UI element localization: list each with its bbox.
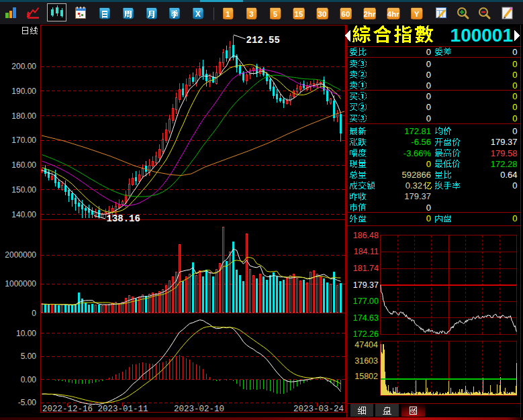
- svg-text:47404: 47404: [354, 340, 378, 350]
- svg-text:60: 60: [342, 10, 350, 18]
- svg-text:2hr: 2hr: [364, 10, 376, 18]
- svg-text:179.58: 179.58: [491, 148, 518, 158]
- svg-text:0: 0: [32, 309, 36, 318]
- svg-text:10.00: 10.00: [16, 329, 36, 338]
- svg-text:0.00: 0.00: [21, 375, 37, 384]
- svg-text:0: 0: [512, 91, 517, 101]
- svg-text:-5.00: -5.00: [18, 398, 37, 407]
- svg-text:186.48: 186.48: [353, 231, 379, 240]
- svg-text:-3.66%: -3.66%: [403, 148, 432, 158]
- svg-text:172.26: 172.26: [353, 329, 379, 339]
- svg-text:5: 5: [273, 10, 278, 18]
- svg-text:190.00: 190.00: [11, 87, 36, 96]
- svg-text:0: 0: [426, 70, 431, 80]
- svg-text:Y: Y: [414, 10, 420, 18]
- svg-text:31603: 31603: [354, 356, 378, 366]
- svg-text:0: 0: [512, 126, 517, 136]
- svg-text:181.74: 181.74: [353, 264, 379, 273]
- svg-text:0: 0: [512, 102, 517, 112]
- svg-text:0: 0: [512, 81, 517, 91]
- svg-text:30: 30: [318, 10, 327, 18]
- svg-text:0: 0: [512, 213, 517, 223]
- svg-text:592866: 592866: [402, 170, 431, 180]
- svg-text:179.37: 179.37: [491, 137, 518, 147]
- svg-text:177.00: 177.00: [353, 297, 379, 306]
- svg-text:5.00: 5.00: [21, 352, 37, 361]
- svg-text:0.64: 0.64: [500, 170, 517, 180]
- svg-text:0: 0: [512, 47, 517, 57]
- svg-text:15802: 15802: [354, 372, 378, 381]
- svg-text:2000000: 2000000: [5, 250, 36, 260]
- svg-text:100001: 100001: [450, 25, 513, 46]
- svg-text:172.28: 172.28: [491, 159, 518, 169]
- svg-text:2023-03-24: 2023-03-24: [293, 405, 344, 414]
- svg-text:179.37: 179.37: [353, 280, 379, 290]
- svg-text:0: 0: [426, 102, 431, 112]
- svg-text:184.11: 184.11: [354, 247, 379, 256]
- svg-text:4hr: 4hr: [387, 10, 399, 18]
- svg-text:0: 0: [426, 159, 431, 169]
- svg-text:0: 0: [512, 70, 517, 80]
- svg-text:0: 0: [426, 59, 431, 69]
- svg-text:170.00: 170.00: [11, 136, 36, 145]
- svg-text:15: 15: [295, 10, 303, 18]
- svg-text:0: 0: [426, 47, 431, 57]
- svg-text:-6.56: -6.56: [411, 137, 431, 147]
- svg-text:3: 3: [249, 10, 253, 18]
- svg-text:160.00: 160.00: [11, 160, 36, 170]
- svg-text:1: 1: [226, 10, 230, 18]
- svg-text:0: 0: [426, 81, 431, 91]
- svg-text:2023-02-10: 2023-02-10: [174, 405, 224, 414]
- svg-text:2023-01-11: 2023-01-11: [98, 405, 148, 414]
- svg-text:0: 0: [426, 113, 431, 123]
- svg-text:174.63: 174.63: [353, 313, 379, 323]
- svg-text:0: 0: [512, 113, 517, 123]
- svg-text:1000000: 1000000: [5, 279, 36, 288]
- svg-text:0: 0: [512, 180, 517, 191]
- svg-text:172.81: 172.81: [404, 126, 431, 136]
- svg-text:X: X: [195, 9, 201, 19]
- svg-text:0: 0: [426, 213, 431, 223]
- svg-text:138.16: 138.16: [107, 213, 140, 224]
- svg-text:200.00: 200.00: [11, 62, 36, 71]
- svg-text:0: 0: [426, 91, 431, 101]
- svg-text:179.37: 179.37: [404, 191, 431, 201]
- svg-text:150.00: 150.00: [11, 185, 36, 195]
- svg-text:0.32: 0.32: [406, 180, 422, 191]
- svg-text:0: 0: [512, 59, 517, 69]
- svg-text:140.00: 140.00: [11, 210, 36, 219]
- svg-text:180.00: 180.00: [11, 111, 36, 121]
- svg-text:212.55: 212.55: [246, 35, 280, 46]
- svg-text:0: 0: [426, 203, 431, 213]
